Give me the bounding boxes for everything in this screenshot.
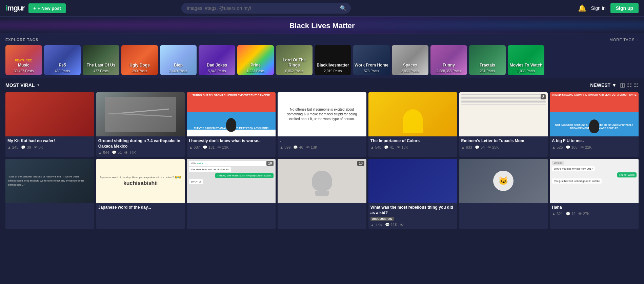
tag-card-music[interactable]: FEATUREDMusic30,467 Posts	[5, 45, 42, 75]
tag-card-spacex[interactable]: Spacex2,853 Posts	[392, 45, 428, 75]
tag-card-uglydogs[interactable]: Ugly Dogs290 Posts	[121, 45, 158, 75]
tag-name: Movies To Watch	[509, 63, 543, 68]
post-meta: ▲ 687 💬 131 👁 13K	[187, 145, 276, 152]
sort-bar: MOST VIRAL ▼ NEWEST ▼ ◫ ☷ ☷	[5, 82, 639, 88]
tag-name: Fractals	[470, 63, 504, 68]
post-card-mischief[interactable]: What was the most rebelious thing you di…	[368, 159, 457, 229]
tag-card-pride[interactable]: Pride1,223 Posts	[237, 45, 274, 75]
tag-name: Spacex	[393, 63, 427, 68]
tag-name: Blacklivesmatter	[316, 63, 350, 68]
tag-name: Work From Home	[355, 63, 388, 68]
discussion-badge: Discussion	[370, 217, 394, 221]
post-card-skull[interactable]: 10	[278, 159, 366, 229]
post-title	[278, 203, 366, 206]
post-title: Haha	[550, 203, 639, 211]
more-tags-button[interactable]: MORE TAGS +	[610, 38, 639, 42]
search-input[interactable]	[181, 3, 351, 14]
upvote-count: ▲ 399	[280, 145, 290, 149]
comment-count: 💬 46	[293, 145, 303, 150]
tag-card-dadjokes[interactable]: Dad Jokes5,843 Posts	[199, 45, 235, 75]
tag-card-lord[interactable]: Lord Of The Rings6,862 Posts	[276, 45, 313, 75]
post-card-kuchi[interactable]: Japanese word of the day. Have you exper…	[96, 159, 185, 229]
signin-button[interactable]: Sign in	[591, 5, 606, 11]
list-view-icon[interactable]: ☷	[627, 82, 632, 88]
tag-posts-count: 5,843 Posts	[208, 69, 226, 73]
post-meta: ▲ 399 💬 46 👁 13K	[278, 145, 366, 152]
tag-posts-count: 290 Posts	[132, 69, 147, 73]
tag-card-movies[interactable]: Movies To Watch1,036 Posts	[508, 45, 544, 75]
tag-name: Funny	[432, 63, 466, 68]
tag-posts-count: 573 Posts	[364, 69, 379, 73]
post-badge: 10	[266, 161, 274, 166]
tag-card-ps5[interactable]: Ps5439 Posts	[44, 45, 81, 75]
tag-card-workfromhome[interactable]: Work From Home573 Posts	[353, 45, 390, 75]
post-card-sagan[interactable]: "One of the saddest lessons of history i…	[5, 159, 94, 229]
post-card-cat[interactable]: 🐱	[459, 159, 548, 229]
sort-left: MOST VIRAL ▼	[5, 82, 40, 88]
post-card-kitkat[interactable]: My Kit Kat had no wafer! ▲ 245 💬 39 👁 8K	[5, 92, 94, 157]
upvote-count: ▲ 548	[370, 145, 381, 149]
view-count: 👁 8K	[34, 145, 43, 149]
tag-name: Dad Jokes	[200, 63, 234, 68]
main-content: MOST VIRAL ▼ NEWEST ▼ ◫ ☷ ☷ My Kit Kat h…	[0, 78, 644, 232]
post-meta: ▲ 1.9k 💬 11K 👁	[368, 222, 457, 229]
post-meta: ▲ 245 💬 39 👁 8K	[5, 145, 94, 152]
explore-title: EXPLORE TAGS	[5, 38, 38, 42]
view-count: 👁 27K	[578, 212, 590, 216]
view-count: 👁 25K	[487, 145, 499, 149]
tag-name: Ugly Dogs	[123, 63, 157, 68]
search-icon[interactable]: 🔍	[340, 5, 347, 12]
newest-button[interactable]: NEWEST ▼	[590, 82, 617, 88]
view-count: 👁 22K	[580, 145, 592, 149]
post-card-earthquake[interactable]: Ground shifting during a 7.4 earthquake …	[96, 92, 185, 157]
post-meta: ▲ 525 💬 103 👁 22K	[550, 145, 639, 152]
tag-posts-count: 1,223 Posts	[247, 69, 265, 73]
tag-posts-count: 477 Posts	[94, 69, 108, 73]
sort-arrow-icon: ▼	[37, 83, 40, 87]
comment-count: 💬 103	[566, 145, 578, 150]
compact-view-icon[interactable]: ☷	[634, 82, 639, 88]
post-meta: ▲ 621 💬 12 👁 27K	[550, 211, 639, 218]
post-card-letter[interactable]: 2Eminem's Letter to Tupac's Mom ▲ 633 💬 …	[459, 92, 548, 157]
post-title	[459, 203, 548, 206]
post-title	[5, 203, 94, 206]
grid-view-icon[interactable]: ◫	[620, 82, 625, 88]
tag-card-lastofus[interactable]: The Last Of Us477 Posts	[83, 45, 119, 75]
post-title: Eminem's Letter to Tupac's Mom	[459, 136, 548, 145]
tag-name: Blep	[161, 63, 195, 68]
post-card-bonfire[interactable]: FRIEND IS HAVING A BONFIRE TONIGHT AND S…	[550, 92, 639, 157]
post-badge: 2	[541, 94, 546, 99]
notification-icon[interactable]: 🔔	[578, 4, 586, 12]
post-title: A big F U to me..	[550, 136, 639, 145]
post-card-chat[interactable]: Wife online Our daughter lost her first …	[187, 159, 276, 229]
most-viral-button[interactable]: MOST VIRAL	[5, 82, 35, 88]
comment-count: 💬 12	[566, 212, 576, 216]
tag-posts-count: 1,036 Posts	[517, 69, 535, 73]
tag-card-fractals[interactable]: Fractals261 Posts	[469, 45, 506, 75]
comment-count: 💬 51	[112, 150, 122, 155]
tag-card-funny[interactable]: Funny2,688,355 Posts	[430, 45, 467, 75]
tag-card-blep[interactable]: Blep2,009 Posts	[160, 45, 197, 75]
post-card-text-post[interactable]: No offense but if someone is excited abo…	[278, 92, 366, 157]
post-card-colors[interactable]: The Importance of Colors ▲ 548 💬 41 👁 18…	[368, 92, 457, 157]
explore-section: EXPLORE TAGS MORE TAGS + FEATUREDMusic30…	[0, 34, 644, 78]
explore-header: EXPLORE TAGS MORE TAGS +	[5, 38, 639, 42]
tag-card-blacklivesmatter[interactable]: Blacklivesmatter2,019 Posts	[315, 45, 351, 75]
logo[interactable]: imgur	[5, 4, 24, 13]
tag-posts-count: 6,862 Posts	[285, 69, 303, 73]
post-card-chat2[interactable]: Weirdo Why'd you like my pic from 2017 I…	[550, 159, 639, 229]
upvote-count: ▲ 633	[461, 145, 472, 149]
post-meta: ▲ 633 💬 54 👁 25K	[459, 145, 548, 152]
tag-name: Music	[7, 63, 41, 68]
new-post-button[interactable]: + + New post	[28, 3, 66, 13]
post-meta: ▲ 548 💬 41 👁 18K	[368, 145, 457, 152]
hero-banner: Black Lives Matter	[0, 17, 644, 34]
new-post-label: + New post	[38, 6, 61, 11]
tag-posts-count: 261 Posts	[480, 69, 495, 73]
tag-posts-count: 439 Posts	[55, 69, 70, 73]
signup-button[interactable]: Sign up	[610, 3, 639, 13]
tag-name: Ps5	[45, 63, 79, 68]
search-bar: 🔍	[181, 3, 351, 14]
post-card-penguin[interactable]: TURNS OUT MY STOMACH PROBLEMS WEREN'T CA…	[187, 92, 276, 157]
posts-grid: My Kit Kat had no wafer! ▲ 245 💬 39 👁 8K…	[5, 92, 639, 229]
